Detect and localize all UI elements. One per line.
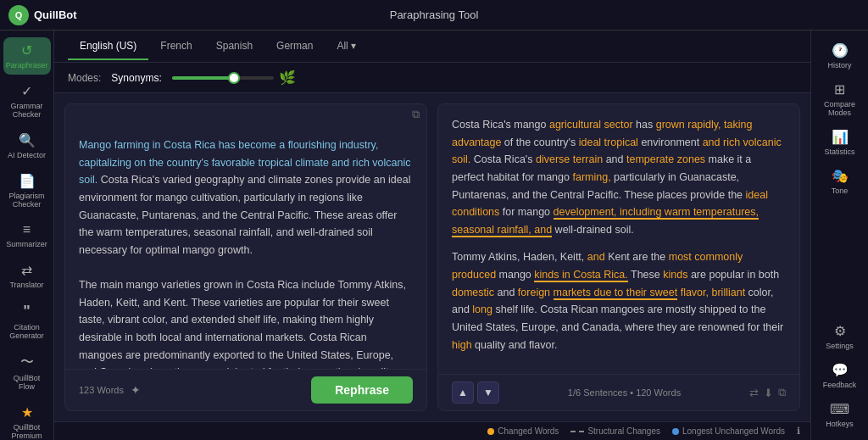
right-sidebar: 🕐 History ⊞ Compare Modes 📊 Statistics 🎭…: [810, 31, 868, 440]
right-item-settings[interactable]: ⚙ Settings: [815, 318, 865, 355]
synonyms-mode[interactable]: Synonyms:: [111, 72, 161, 84]
grammar-icon: ✓: [21, 83, 32, 99]
sidebar-label-plagiarism: Plagiarism Checker: [7, 192, 47, 209]
prev-sentence-button[interactable]: ▲: [452, 382, 474, 404]
compare-button[interactable]: ⇄: [749, 386, 759, 399]
right-label-statistics: Statistics: [824, 148, 854, 156]
input-highlight-1: Mango farming in Costa Rica has become a…: [79, 139, 410, 186]
sidebar-item-citation[interactable]: " Citation Generator: [3, 298, 51, 345]
right-label-feedback: Feedback: [823, 381, 857, 389]
synonyms-slider-track[interactable]: [172, 76, 274, 80]
flow-icon: 〜: [20, 354, 34, 371]
sidebar-label-grammar: Grammar Checker: [7, 102, 47, 119]
paraphraser-icon: ↺: [21, 42, 32, 58]
sidebar-label-premium: QuillBot Premium: [7, 423, 47, 440]
input-text-body[interactable]: Mango farming in Costa Rica has become a…: [65, 125, 426, 369]
download-button[interactable]: ⬇: [764, 386, 773, 399]
legend-info-button[interactable]: ℹ: [797, 426, 800, 437]
left-sidebar: ↺ Paraphraser ✓ Grammar Checker 🔍 AI Det…: [0, 31, 54, 440]
sidebar-item-grammar[interactable]: ✓ Grammar Checker: [3, 78, 51, 124]
out-hl-agricultural: agricultural sector: [549, 119, 633, 131]
rephrase-button[interactable]: Rephrase: [311, 376, 413, 404]
output-paragraph-2: Tommy Atkins, Haden, Keitt, and Kent are…: [452, 248, 786, 354]
legend-structural: Structural Changes: [570, 426, 660, 436]
tab-german[interactable]: German: [264, 33, 325, 60]
input-paragraph-2: The main mango varieties grown in Costa …: [79, 276, 413, 369]
premium-icon: ★: [21, 404, 33, 421]
copy-output-button[interactable]: ⧉: [778, 386, 786, 399]
top-bar: Q QuillBot Paraphrasing Tool: [0, 0, 868, 31]
translator-icon: ⇄: [21, 262, 32, 278]
right-item-feedback[interactable]: 💬 Feedback: [815, 357, 865, 394]
sidebar-item-translator[interactable]: ⇄ Translator: [3, 257, 51, 294]
summarizer-icon: ≡: [23, 222, 31, 237]
logo-icon: Q: [8, 5, 29, 25]
sidebar-item-plagiarism[interactable]: 📄 Plagiarism Checker: [3, 168, 51, 214]
out-hl-domestic: domestic: [452, 287, 494, 298]
content-area: English (US) French Spanish German All ▾…: [54, 31, 810, 440]
legend-structural-label: Structural Changes: [587, 426, 660, 436]
out-hl-temperate: temperate zones: [626, 153, 705, 165]
input-panel: ⧉ Mango farming in Costa Rica has become…: [64, 103, 427, 411]
slider-fill: [172, 76, 233, 80]
out-hl-diverse: diverse terrain: [536, 153, 603, 165]
out-hl-kinds: kinds in Costa Rica.: [534, 269, 627, 282]
modes-bar: Modes: Synonyms: 🌿: [54, 63, 810, 93]
right-item-history[interactable]: 🕐 History: [815, 37, 865, 75]
sidebar-item-summarizer[interactable]: ≡ Summarizer: [3, 217, 51, 253]
sidebar-item-ai-detector[interactable]: 🔍 AI Detector: [3, 127, 51, 164]
ai-sparkle-icon: ✦: [131, 383, 141, 397]
panels-container: ⧉ Mango farming in Costa Rica has become…: [54, 93, 810, 421]
tab-all[interactable]: All ▾: [325, 33, 368, 60]
out-hl-foreign: foreign: [518, 287, 550, 298]
statistics-icon: 📊: [832, 129, 849, 145]
citation-icon: ": [23, 303, 31, 320]
output-paragraph-1: Costa Rica's mango agricultural sector h…: [452, 116, 786, 238]
right-item-statistics[interactable]: 📊 Statistics: [815, 124, 865, 161]
slider-thumb[interactable]: [228, 72, 240, 84]
tab-spanish[interactable]: Spanish: [204, 33, 264, 60]
tab-english[interactable]: English (US): [68, 33, 148, 60]
legend-bar: Changed Words Structural Changes Longest…: [54, 421, 810, 440]
out-hl-kinds2: kinds: [663, 269, 687, 281]
feedback-icon: 💬: [832, 362, 849, 378]
tab-french[interactable]: French: [148, 33, 203, 60]
sidebar-item-premium[interactable]: ★ QuillBot Premium: [3, 399, 51, 440]
right-label-compare: Compare Modes: [818, 100, 862, 117]
plagiarism-icon: 📄: [19, 173, 36, 189]
legend-changed-label: Changed Words: [498, 426, 559, 436]
output-text-body: Costa Rica's mango agricultural sector h…: [438, 104, 799, 374]
out-hl-ideal: ideal tropical: [579, 136, 638, 148]
legend-unchanged-label: Longest Unchanged Words: [682, 426, 785, 436]
sidebar-item-flow[interactable]: 〜 QuillBot Flow: [3, 348, 51, 396]
out-hl-brilliant: brilliant: [712, 287, 746, 298]
sidebar-label-summarizer: Summarizer: [6, 240, 47, 248]
tool-title: Paraphrasing Tool: [390, 8, 479, 21]
out-hl-farming: farming,: [572, 171, 610, 183]
compare-modes-icon: ⊞: [834, 81, 845, 97]
out-hl-long: long: [472, 304, 492, 315]
output-actions: ⇄ ⬇ ⧉: [749, 386, 786, 399]
structural-line: [570, 431, 584, 432]
synonyms-slider-container: 🌿: [172, 70, 296, 86]
tone-icon: 🎭: [832, 168, 849, 184]
right-item-compare[interactable]: ⊞ Compare Modes: [815, 76, 865, 122]
input-copy-button[interactable]: ⧉: [412, 108, 420, 121]
changed-words-dot: [487, 428, 494, 435]
right-label-hotkeys: Hotkeys: [826, 420, 854, 428]
ai-detector-icon: 🔍: [19, 132, 36, 148]
sidebar-label-translator: Translator: [9, 281, 43, 289]
sidebar-label-citation: Citation Generator: [7, 323, 47, 340]
out-hl-markets: markets due to their sweet: [554, 287, 678, 300]
right-item-tone[interactable]: 🎭 Tone: [815, 163, 865, 200]
sidebar-item-paraphraser[interactable]: ↺ Paraphraser: [3, 37, 51, 75]
next-sentence-button[interactable]: ▼: [477, 382, 499, 404]
nav-arrows: ▲ ▼: [452, 382, 499, 404]
legend-changed-words: Changed Words: [487, 426, 559, 436]
out-hl-flavor: flavor,: [681, 287, 709, 298]
input-paragraph-1: Mango farming in Costa Rica has become a…: [79, 136, 413, 259]
right-label-settings: Settings: [826, 342, 854, 350]
right-item-hotkeys[interactable]: ⌨ Hotkeys: [815, 396, 865, 433]
sidebar-label-flow: QuillBot Flow: [7, 374, 47, 391]
logo: Q QuillBot: [8, 5, 77, 25]
